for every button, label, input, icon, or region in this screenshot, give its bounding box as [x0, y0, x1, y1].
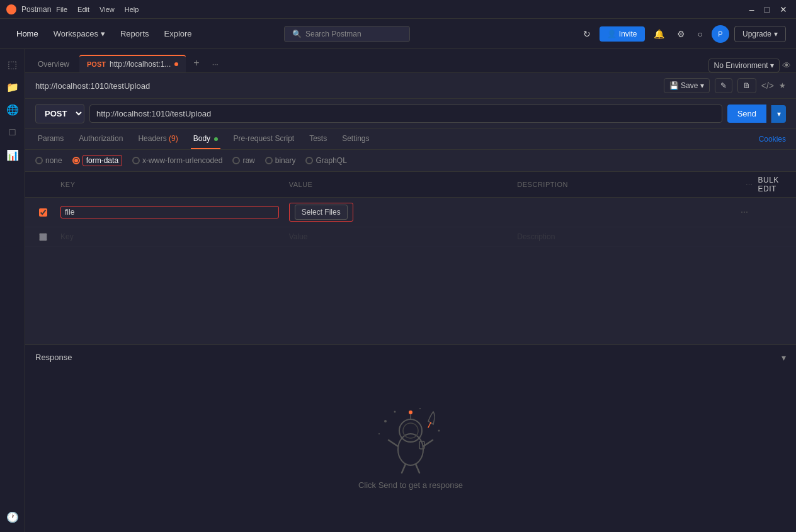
empty-checkbox-cell [30, 233, 55, 241]
body-none-radio[interactable]: none [35, 156, 62, 165]
req-tab-tests[interactable]: Tests [307, 129, 329, 149]
row-options: ⋯ [741, 208, 791, 217]
req-tab-body[interactable]: Body [191, 129, 221, 149]
body-raw-radio[interactable]: raw [232, 156, 254, 165]
close-button[interactable]: ✕ [777, 4, 790, 14]
sidebar-environments-icon[interactable]: 🌐 [3, 99, 23, 120]
key-value[interactable]: file [60, 206, 279, 218]
svg-point-9 [394, 410, 396, 412]
req-tab-headers[interactable]: Headers (9) [135, 129, 180, 149]
sidebar-mock-icon[interactable]: □ [3, 122, 23, 142]
app-icon [6, 4, 16, 14]
req-tab-params[interactable]: Params [35, 129, 66, 149]
empty-value-input[interactable] [289, 232, 508, 241]
bell-icon[interactable]: ○ [694, 26, 707, 42]
tab-active-request[interactable]: POST http://localhost:1... [79, 55, 186, 72]
send-button[interactable]: Send [727, 105, 766, 123]
star-icon[interactable]: ★ [779, 81, 786, 90]
svg-line-7 [428, 422, 431, 427]
url-input[interactable] [89, 105, 722, 123]
none-radio-indicator [35, 157, 43, 164]
select-files-button[interactable]: Select Files [295, 205, 348, 220]
notification-icon[interactable]: 🔔 [650, 26, 668, 42]
search-bar[interactable]: 🔍 Search Postman [284, 26, 410, 42]
description-header: DESCRIPTION [512, 181, 741, 188]
req-tab-pre-request[interactable]: Pre-request Script [230, 129, 297, 149]
method-select[interactable]: POST [35, 104, 84, 123]
table-row-empty [25, 227, 796, 247]
svg-point-14 [409, 410, 412, 414]
app-body: ⬚ 📁 🌐 □ 📊 🕐 Overview POST http://localho… [0, 49, 796, 532]
save-button[interactable]: 💾 Save ▾ [664, 78, 710, 93]
form-table: KEY VALUE DESCRIPTION ⋯ Bulk Edit file [25, 172, 796, 344]
row-options-icon[interactable]: ⋯ [741, 208, 748, 217]
request-title: http://localhost:1010/testUpload [35, 81, 150, 91]
request-tabs: Params Authorization Headers (9) Body Pr… [25, 129, 796, 150]
sidebar-monitor-icon[interactable]: 📊 [3, 145, 23, 165]
svg-point-10 [378, 433, 380, 434]
tabs-bar: Overview POST http://localhost:1... + ··… [25, 49, 796, 73]
minimize-button[interactable]: – [747, 4, 757, 14]
env-dropdown[interactable]: No Environment ▾ [708, 59, 780, 72]
empty-key-input[interactable] [60, 232, 279, 241]
value-cell: Select Files [284, 200, 513, 224]
response-collapse-button[interactable]: ▾ [782, 353, 786, 363]
req-tab-settings[interactable]: Settings [339, 129, 372, 149]
desc-input[interactable] [517, 208, 736, 217]
bulk-edit-button[interactable]: Bulk Edit [758, 176, 786, 193]
docs-icon[interactable]: 🗎 [737, 78, 756, 93]
menu-view[interactable]: View [100, 6, 115, 13]
menu-file[interactable]: File [56, 6, 67, 13]
nav-home[interactable]: Home [10, 25, 45, 42]
table-header: KEY VALUE DESCRIPTION ⋯ Bulk Edit [25, 172, 796, 198]
postman-icon[interactable]: P [712, 25, 729, 43]
send-dropdown[interactable]: ▾ [771, 105, 786, 123]
settings-icon[interactable]: ⚙ [673, 26, 689, 42]
row-checkbox[interactable] [39, 208, 47, 217]
nav-explore[interactable]: Explore [158, 25, 198, 42]
sidebar: ⬚ 📁 🌐 □ 📊 🕐 [0, 49, 25, 532]
edit-icon[interactable]: ✎ [715, 78, 732, 93]
invite-button[interactable]: 👤 Invite [600, 26, 645, 42]
chevron-down-icon: ▾ [770, 61, 774, 70]
key-header: KEY [55, 181, 284, 188]
upgrade-button[interactable]: Upgrade ▾ [734, 26, 786, 42]
response-label: Response [35, 353, 72, 362]
nav-workspaces[interactable]: Workspaces ▾ [47, 25, 111, 42]
tab-add-button[interactable]: + [188, 54, 204, 72]
options-header: ⋯ Bulk Edit [741, 176, 791, 193]
req-tab-authorization[interactable]: Authorization [76, 129, 125, 149]
sidebar-new-icon[interactable]: ⬚ [3, 54, 23, 74]
body-form-data-radio[interactable]: form-data [72, 155, 122, 166]
response-header: Response ▾ [35, 353, 786, 363]
value-header: VALUE [284, 181, 513, 188]
cookies-link[interactable]: Cookies [759, 135, 786, 144]
astronaut-illustration [373, 402, 448, 478]
eye-icon[interactable]: 👁 [782, 60, 791, 71]
response-body: Click Send to get a response [346, 368, 475, 525]
svg-point-2 [403, 423, 418, 438]
tab-overview[interactable]: Overview [30, 56, 77, 72]
desc-cell [512, 205, 741, 219]
body-graphql-radio[interactable]: GraphQL [305, 156, 346, 165]
sidebar-history-icon[interactable]: 🕐 [3, 507, 23, 527]
tab-more-button[interactable]: ··· [207, 56, 224, 72]
response-section: Response ▾ [25, 344, 796, 533]
nav-reports[interactable]: Reports [114, 25, 156, 42]
sync-icon[interactable]: ↻ [579, 26, 594, 42]
maximize-button[interactable]: □ [762, 4, 772, 14]
empty-desc-input[interactable] [517, 232, 736, 241]
code-icon[interactable]: </> [761, 81, 774, 91]
urlencoded-radio-indicator [132, 157, 140, 164]
select-files-button-wrapper: Select Files [289, 203, 353, 222]
menu-edit[interactable]: Edit [77, 6, 89, 13]
sidebar-collections-icon[interactable]: 📁 [3, 77, 23, 97]
body-active-dot [214, 137, 218, 141]
content: Overview POST http://localhost:1... + ··… [25, 49, 796, 532]
body-urlencoded-radio[interactable]: x-www-form-urlencoded [132, 156, 222, 165]
body-binary-radio[interactable]: binary [265, 156, 296, 165]
menu-help[interactable]: Help [125, 6, 139, 13]
empty-key-cell [55, 230, 284, 244]
options-icon[interactable]: ⋯ [746, 181, 753, 189]
empty-row-checkbox[interactable] [39, 233, 47, 241]
